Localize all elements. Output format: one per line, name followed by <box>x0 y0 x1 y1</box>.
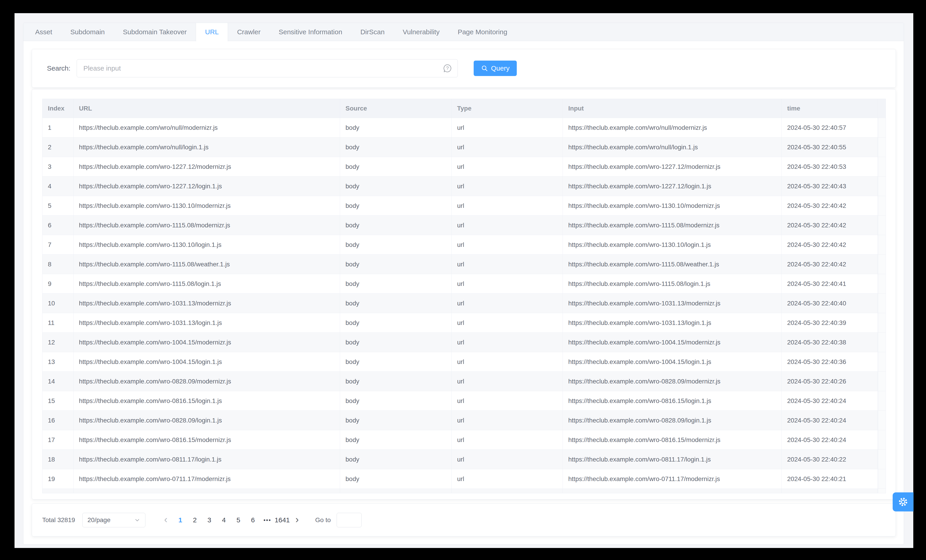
scrollbar-gutter[interactable] <box>878 450 886 469</box>
cell-index: 2 <box>42 138 74 157</box>
cell-source: body <box>340 391 452 410</box>
cell-index: 6 <box>42 216 74 235</box>
cell-url: https://theclub.example.com/wro-1115.08/… <box>74 254 340 274</box>
tab-asset[interactable]: Asset <box>26 23 61 41</box>
tab-page-monitoring[interactable]: Page Monitoring <box>449 23 516 41</box>
page-size-select[interactable]: 20/page <box>82 513 145 527</box>
cell-input: https://theclub.example.com/wro-0828.09/… <box>563 372 782 391</box>
cell-input: https://theclub.example.com/wro-1004.15/… <box>563 333 782 352</box>
cell-type: url <box>452 450 563 469</box>
tab-subdomain[interactable]: Subdomain <box>61 23 114 41</box>
page-button-2[interactable]: 2 <box>188 513 202 527</box>
cell-type: url <box>452 254 563 274</box>
cell-url <box>74 489 340 493</box>
scrollbar-gutter[interactable] <box>878 333 886 352</box>
query-button[interactable]: Query <box>474 61 517 76</box>
cell-time: 2024-05-30 22:40:24 <box>782 430 878 450</box>
table-row: 1https://theclub.example.com/wro/null/mo… <box>42 118 886 138</box>
scrollbar-gutter[interactable] <box>878 294 886 313</box>
scrollbar-gutter[interactable] <box>878 216 886 235</box>
cell-type: url <box>452 430 563 450</box>
cell-type: url <box>452 352 563 371</box>
scrollbar-gutter[interactable] <box>878 411 886 430</box>
scrollbar-gutter[interactable] <box>878 352 886 371</box>
scrollbar-gutter[interactable] <box>878 118 886 137</box>
prev-page-button[interactable]: ‹ <box>159 513 173 527</box>
scrollbar-gutter[interactable] <box>878 177 886 196</box>
cell-index: 13 <box>42 352 74 371</box>
page-button-1641[interactable]: 1641 <box>275 513 290 527</box>
tab-vulnerability[interactable]: Vulnerability <box>393 23 448 41</box>
cell-input: https://theclub.example.com/wro-1227.12/… <box>563 177 782 196</box>
cell-time: 2024-05-30 22:40:42 <box>782 196 878 215</box>
cell-url: https://theclub.example.com/wro-1031.13/… <box>74 294 340 313</box>
cell-url: https://theclub.example.com/wro-1130.10/… <box>74 235 340 254</box>
app-viewport: AssetSubdomainSubdomain TakeoverURLCrawl… <box>15 13 913 548</box>
cell-type: url <box>452 469 563 489</box>
cell-source: body <box>340 118 452 137</box>
cell-type: url <box>452 313 563 332</box>
scrollbar-gutter[interactable] <box>878 235 886 254</box>
cell-index: 14 <box>42 372 74 391</box>
cell-time: 2024-05-30 22:40:26 <box>782 372 878 391</box>
cell-input: https://theclub.example.com/wro-0816.15/… <box>563 391 782 410</box>
search-panel: Search: ? Query <box>32 49 896 88</box>
page-button-5[interactable]: 5 <box>231 513 246 527</box>
cell-source: body <box>340 352 452 371</box>
cell-url: https://theclub.example.com/wro-0816.15/… <box>74 391 340 410</box>
table-row: 7https://theclub.example.com/wro-1130.10… <box>42 235 886 254</box>
cell-source: body <box>340 138 452 157</box>
table-row: 9https://theclub.example.com/wro-1115.08… <box>42 274 886 294</box>
cell-input: https://theclub.example.com/wro-1115.08/… <box>563 216 782 235</box>
tab-dirscan[interactable]: DirScan <box>351 23 394 41</box>
cell-input: https://theclub.example.com/wro/null/mod… <box>563 118 782 137</box>
cell-source: body <box>340 216 452 235</box>
cell-url: https://theclub.example.com/wro-0711.17/… <box>74 469 340 489</box>
scrollbar-gutter[interactable] <box>878 254 886 274</box>
cell-type: url <box>452 411 563 430</box>
scrollbar-gutter[interactable] <box>878 196 886 215</box>
cell-index: 7 <box>42 235 74 254</box>
next-page-button[interactable]: › <box>290 513 304 527</box>
cell-time: 2024-05-30 22:40:22 <box>782 450 878 469</box>
cell-source: body <box>340 469 452 489</box>
page-button-1[interactable]: 1 <box>173 513 188 527</box>
cell-url: https://theclub.example.com/wro-1031.13/… <box>74 313 340 332</box>
gear-icon <box>898 497 908 507</box>
goto-page-input[interactable] <box>337 513 362 527</box>
table-row: 3https://theclub.example.com/wro-1227.12… <box>42 157 886 177</box>
tab-url[interactable]: URL <box>196 23 228 41</box>
cell-source: body <box>340 235 452 254</box>
cell-type: url <box>452 118 563 137</box>
page-button-3[interactable]: 3 <box>202 513 216 527</box>
cell-source: body <box>340 294 452 313</box>
cell-source: body <box>340 196 452 215</box>
cell-input: https://theclub.example.com/wro-0811.17/… <box>563 450 782 469</box>
tab-subdomain-takeover[interactable]: Subdomain Takeover <box>114 23 196 41</box>
settings-gear-button[interactable] <box>893 492 914 512</box>
search-icon <box>481 65 488 72</box>
table-row: 10https://theclub.example.com/wro-1031.1… <box>42 294 886 313</box>
search-input[interactable] <box>77 59 458 77</box>
cell-index: 11 <box>42 313 74 332</box>
cell-index: 12 <box>42 333 74 352</box>
tab-sensitive-information[interactable]: Sensitive Information <box>269 23 351 41</box>
scrollbar-gutter[interactable] <box>878 469 886 489</box>
scrollbar-gutter[interactable] <box>878 157 886 176</box>
more-pages-icon[interactable]: ••• <box>260 513 275 527</box>
scrollbar-gutter[interactable] <box>878 138 886 157</box>
column-header-type: Type <box>452 99 563 118</box>
tab-bar: AssetSubdomainSubdomain TakeoverURLCrawl… <box>23 23 904 41</box>
scrollbar-gutter[interactable] <box>878 430 886 450</box>
tab-crawler[interactable]: Crawler <box>228 23 269 41</box>
help-bubble-icon[interactable]: ? <box>442 63 452 73</box>
cell-type <box>452 489 563 493</box>
page-button-4[interactable]: 4 <box>216 513 231 527</box>
scrollbar-gutter[interactable] <box>878 313 886 332</box>
cell-source: body <box>340 274 452 294</box>
scrollbar-gutter[interactable] <box>878 391 886 410</box>
cell-index: 9 <box>42 274 74 294</box>
scrollbar-gutter[interactable] <box>878 372 886 391</box>
scrollbar-gutter[interactable] <box>878 274 886 294</box>
page-button-6[interactable]: 6 <box>246 513 260 527</box>
